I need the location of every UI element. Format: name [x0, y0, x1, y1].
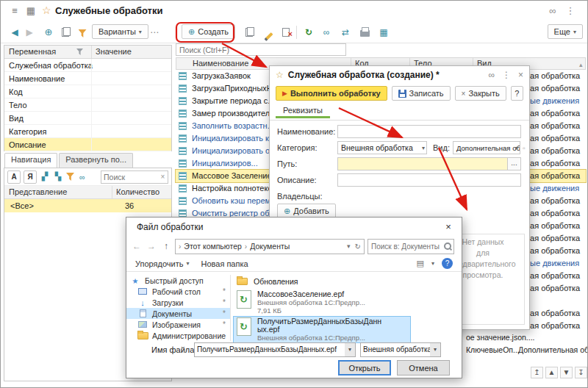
variable-row[interactable]: Категория: [4, 125, 171, 138]
delete-icon[interactable]: [279, 27, 293, 40]
help-icon[interactable]: ?: [442, 258, 453, 269]
favorite-star-icon[interactable]: ☆: [42, 4, 51, 16]
main-menu-icon[interactable]: ≡: [8, 4, 21, 18]
go-up-button[interactable]: ▲: [545, 367, 558, 378]
tree-item[interactable]: Рабочий стол *: [126, 286, 230, 297]
variable-row[interactable]: Наименование: [4, 72, 171, 85]
add-owner-button[interactable]: ⊕Добавить: [277, 204, 336, 218]
column-header-count[interactable]: Количество: [116, 187, 159, 196]
file-item[interactable]: ПолучитьРазмерДанныхБазыДанных.epf Внешн…: [234, 317, 410, 342]
back-icon[interactable]: ◀: [8, 26, 21, 39]
description-input[interactable]: [337, 173, 521, 187]
variable-row[interactable]: Код: [4, 85, 171, 98]
browse-button[interactable]: ...: [508, 157, 521, 170]
sort-asc-button[interactable]: А: [7, 170, 21, 184]
variable-row[interactable]: Вид: [4, 112, 171, 125]
up-icon[interactable]: ↑: [160, 241, 172, 251]
kind-select[interactable]: Дополнительная обработка▾: [453, 141, 520, 154]
views-icon[interactable]: ▤: [417, 259, 424, 268]
tab-requisites[interactable]: Реквизиты: [276, 103, 330, 118]
copy-icon[interactable]: [60, 27, 73, 40]
get-link-icon[interactable]: ∞: [546, 4, 559, 18]
forward-icon[interactable]: →: [146, 241, 157, 251]
organize-menu[interactable]: Упорядочить▾: [135, 259, 189, 268]
name-input[interactable]: [337, 125, 521, 138]
edit-icon[interactable]: [262, 29, 275, 42]
filter-icon[interactable]: [76, 28, 89, 41]
desktop-panel-icon[interactable]: ▦: [24, 4, 37, 18]
help-button[interactable]: ?: [511, 86, 523, 101]
file-item[interactable]: Обновления: [234, 275, 410, 288]
close-icon[interactable]: ×: [435, 218, 462, 237]
filter-icon[interactable]: [76, 48, 83, 55]
get-link-icon[interactable]: ∞: [488, 70, 495, 80]
go-top-button[interactable]: ↥: [531, 367, 543, 378]
new-folder-button[interactable]: Новая папка: [201, 259, 248, 268]
go-down-button[interactable]: ▼: [560, 367, 573, 378]
clear-search-icon[interactable]: ×: [158, 173, 168, 181]
column-header-name[interactable]: Наименование: [193, 59, 248, 68]
create-button[interactable]: ⊕Создать: [182, 24, 235, 39]
file-search-input[interactable]: [370, 242, 443, 251]
collapse-tree-icon[interactable]: ▚: [53, 172, 63, 182]
tree-item[interactable]: Быстрый доступ *: [126, 275, 230, 286]
variable-row[interactable]: Служебная обработка: [4, 59, 171, 72]
filename-combo[interactable]: ПолучитьРазмерДанныхБазыДанных.epf▾: [194, 342, 356, 357]
variants-button[interactable]: Варианты▾: [92, 24, 148, 39]
filetype-combo[interactable]: Внешняя обработка(*.epf)▾: [360, 342, 441, 357]
save-button[interactable]: Записать: [392, 86, 451, 101]
open-button[interactable]: Открыть: [338, 360, 391, 376]
tree-item[interactable]: Изображения *: [126, 319, 230, 330]
more-icon[interactable]: ⋮: [502, 70, 511, 80]
column-header-presentation[interactable]: Представление: [9, 187, 67, 196]
refresh-icon[interactable]: ↻: [355, 242, 361, 251]
category-select[interactable]: Внешняя обработка▾: [337, 141, 427, 154]
swap-icon[interactable]: ⇄: [339, 26, 352, 39]
toolbar-right-icons: ▤ ▾ ?: [417, 258, 453, 269]
tab-expand-by[interactable]: Развернуть по...: [59, 153, 133, 168]
favorite-star-icon[interactable]: ☆: [276, 70, 284, 80]
path-input[interactable]: [337, 157, 508, 170]
copy-item-icon[interactable]: [243, 27, 257, 40]
run-processing-button[interactable]: ▶Выполнить обработку: [276, 86, 387, 101]
tree-item[interactable]: Загрузки *: [126, 297, 230, 308]
chevron-down-icon[interactable]: ▾: [347, 242, 351, 251]
more-icon[interactable]: ⋯: [148, 26, 161, 39]
file-item[interactable]: МассовоеЗаселение.epf Внешняя обработка …: [234, 290, 410, 315]
breadcrumb-folder[interactable]: Документы: [250, 242, 290, 251]
link-icon[interactable]: ∞: [77, 173, 87, 182]
delete-page-icon: [282, 28, 290, 37]
print-icon[interactable]: [358, 27, 371, 40]
close-icon[interactable]: ×: [518, 70, 523, 80]
open-kind-icon[interactable]: ▫: [523, 144, 526, 152]
related-grid-icon[interactable]: ▦: [377, 26, 390, 39]
breadcrumb-root[interactable]: Этот компьютер: [184, 242, 242, 251]
sort-desc-button[interactable]: Я: [24, 170, 37, 184]
scroll-up-icon[interactable]: ▴: [579, 61, 583, 68]
variable-row[interactable]: Тело: [4, 98, 171, 112]
processing-icon: [179, 184, 187, 193]
cancel-button[interactable]: Отмена: [397, 360, 450, 376]
window-menu-icon[interactable]: ⋮: [564, 4, 577, 18]
expand-tree-icon[interactable]: ▞: [40, 172, 50, 182]
tree-item[interactable]: Администрирование *: [126, 330, 230, 341]
navigation-search-input[interactable]: [101, 173, 158, 182]
tab-navigation[interactable]: Навигация: [4, 153, 57, 168]
list-search-input[interactable]: [176, 43, 346, 56]
breadcrumb[interactable]: › Этот компьютер › Документы ▾↻: [175, 239, 365, 254]
back-icon[interactable]: ←: [131, 241, 143, 251]
more-button[interactable]: Еще▾: [548, 24, 583, 39]
link-icon[interactable]: ∞: [320, 26, 333, 39]
dialog-title: Служебная обработка (создание) *: [288, 70, 440, 80]
go-bottom-button[interactable]: ↧: [575, 367, 587, 378]
close-button[interactable]: ×Закрыть: [455, 86, 506, 101]
tree-item[interactable]: Документы *: [126, 308, 230, 319]
column-header-variable[interactable]: Переменная: [9, 47, 56, 56]
variable-row[interactable]: Описание: [4, 138, 171, 151]
refresh-icon[interactable]: ↻: [302, 26, 315, 39]
add-icon[interactable]: ⊕: [42, 26, 55, 39]
column-header-value[interactable]: Значение: [96, 47, 132, 56]
navigation-row[interactable]: <Все> 36: [4, 199, 171, 212]
forward-icon[interactable]: ▶: [23, 26, 36, 39]
filter-icon[interactable]: [66, 173, 74, 181]
